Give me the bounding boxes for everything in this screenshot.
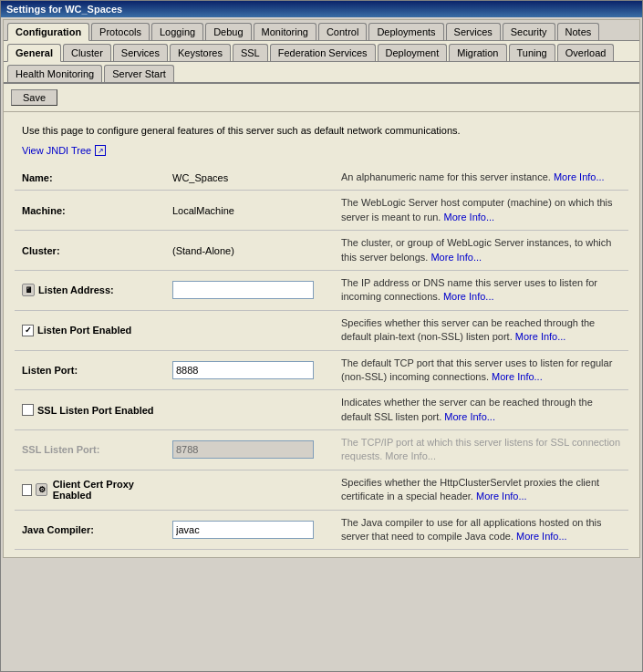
tab-row2-tuning[interactable]: Tuning bbox=[509, 44, 555, 61]
gear-icon: ⚙ bbox=[36, 483, 47, 496]
more-info-link-6[interactable]: More Info... bbox=[444, 411, 495, 422]
tab-row2-ssl[interactable]: SSL bbox=[233, 44, 268, 61]
tab-row2-overload[interactable]: Overload bbox=[557, 44, 615, 61]
more-info-link-3[interactable]: More Info... bbox=[443, 291, 494, 302]
field-desc-0: An alphanumeric name for this server ins… bbox=[341, 171, 554, 182]
field-label-8: Client Cert Proxy Enabled bbox=[53, 479, 158, 501]
tab-row1-notes[interactable]: Notes bbox=[557, 23, 600, 40]
table-row: SSL Listen Port:The TCP/IP port at which… bbox=[15, 430, 628, 470]
more-info-link-7[interactable]: More Info... bbox=[385, 450, 436, 461]
tab-row3-health-monitoring[interactable]: Health Monitoring bbox=[7, 65, 102, 82]
tab-row1-debug[interactable]: Debug bbox=[205, 23, 251, 40]
more-info-link-0[interactable]: More Info... bbox=[554, 171, 605, 182]
table-row: 🖥Listen Address:The IP address or DNS na… bbox=[15, 270, 628, 310]
checkbox-4[interactable] bbox=[22, 325, 34, 336]
input-9[interactable] bbox=[172, 521, 314, 539]
table-row: Java Compiler:The Java compiler to use f… bbox=[15, 510, 628, 550]
external-link-icon: ↗ bbox=[95, 145, 106, 156]
tab-row1-services[interactable]: Services bbox=[446, 23, 501, 40]
main-window: Settings for WC_Spaces ConfigurationProt… bbox=[0, 0, 643, 672]
tab-row2-cluster[interactable]: Cluster bbox=[63, 44, 111, 61]
jndi-tree-link[interactable]: View JNDI Tree ↗ bbox=[15, 145, 628, 156]
tab-row1-security[interactable]: Security bbox=[503, 23, 555, 40]
more-info-link-5[interactable]: More Info... bbox=[492, 371, 543, 382]
main-content: Use this page to configure general featu… bbox=[4, 112, 639, 557]
input-7[interactable] bbox=[172, 440, 314, 459]
window-title: Settings for WC_Spaces bbox=[6, 4, 122, 15]
content-area: ConfigurationProtocolsLoggingDebugMonito… bbox=[3, 19, 640, 558]
tab-row-3: Health MonitoringServer Start bbox=[4, 62, 639, 84]
input-3[interactable] bbox=[172, 281, 314, 299]
tab-row-1: ConfigurationProtocolsLoggingDebugMonito… bbox=[4, 20, 639, 41]
tab-row1-configuration[interactable]: Configuration bbox=[7, 23, 89, 41]
field-label-3: Listen Address: bbox=[38, 284, 114, 295]
table-row: Machine:LocalMachineThe WebLogic Server … bbox=[15, 191, 628, 231]
tab-row3-server-start[interactable]: Server Start bbox=[104, 65, 174, 82]
more-info-link-4[interactable]: More Info... bbox=[515, 331, 566, 342]
more-info-link-9[interactable]: More Info... bbox=[516, 531, 567, 542]
table-row: SSL Listen Port EnabledIndicates whether… bbox=[15, 390, 628, 430]
table-row: ⚙Client Cert Proxy EnabledSpecifies whet… bbox=[15, 470, 628, 510]
field-desc-5: The default TCP port that this server us… bbox=[341, 357, 612, 382]
tab-row1-logging[interactable]: Logging bbox=[151, 23, 203, 40]
more-info-link-1[interactable]: More Info... bbox=[444, 212, 495, 222]
tab-row2-deployment[interactable]: Deployment bbox=[378, 44, 448, 61]
checkbox-8[interactable] bbox=[22, 484, 32, 496]
field-label-4: Listen Port Enabled bbox=[37, 325, 131, 336]
value-text-0: WC_Spaces bbox=[172, 172, 228, 183]
field-desc-7: The TCP/IP port at which this server lis… bbox=[341, 437, 620, 461]
more-info-link-8[interactable]: More Info... bbox=[476, 491, 527, 501]
tab-row2-general[interactable]: General bbox=[7, 44, 61, 62]
server-icon: 🖥 bbox=[22, 284, 35, 296]
page-description: Use this page to configure general featu… bbox=[15, 119, 628, 140]
field-desc-8: Specifies whether the HttpClusterServlet… bbox=[341, 477, 599, 501]
table-row: Cluster:(Stand-Alone)The cluster, or gro… bbox=[15, 231, 628, 271]
tab-row1-protocols[interactable]: Protocols bbox=[91, 23, 150, 40]
tab-row2-keystores[interactable]: Keystores bbox=[170, 44, 231, 61]
more-info-link-2[interactable]: More Info... bbox=[430, 252, 482, 263]
tab-row2-services[interactable]: Services bbox=[113, 44, 168, 61]
jndi-link-text: View JNDI Tree bbox=[22, 145, 91, 156]
value-text-1: LocalMachine bbox=[172, 205, 234, 216]
tab-row2-migration[interactable]: Migration bbox=[449, 44, 506, 61]
table-row: Listen Port EnabledSpecifies whether thi… bbox=[15, 310, 628, 350]
tab-row1-control[interactable]: Control bbox=[318, 23, 367, 40]
tab-row1-deployments[interactable]: Deployments bbox=[368, 23, 443, 40]
save-section: Save bbox=[4, 84, 639, 112]
table-row: Listen Port:The default TCP port that th… bbox=[15, 350, 628, 390]
checkbox-6[interactable] bbox=[22, 404, 34, 416]
value-text-2: (Stand-Alone) bbox=[172, 245, 234, 256]
save-button[interactable]: Save bbox=[11, 89, 57, 106]
table-row: Name:WC_SpacesAn alphanumeric name for t… bbox=[15, 165, 628, 191]
field-label-6: SSL Listen Port Enabled bbox=[37, 405, 154, 416]
tab-row1-monitoring[interactable]: Monitoring bbox=[254, 23, 316, 40]
tab-row2-federation-services[interactable]: Federation Services bbox=[270, 44, 376, 61]
title-bar: Settings for WC_Spaces bbox=[1, 1, 642, 17]
tab-row-2: GeneralClusterServicesKeystoresSSLFedera… bbox=[4, 41, 639, 62]
input-5[interactable] bbox=[172, 361, 314, 379]
settings-table: Name:WC_SpacesAn alphanumeric name for t… bbox=[15, 165, 628, 550]
